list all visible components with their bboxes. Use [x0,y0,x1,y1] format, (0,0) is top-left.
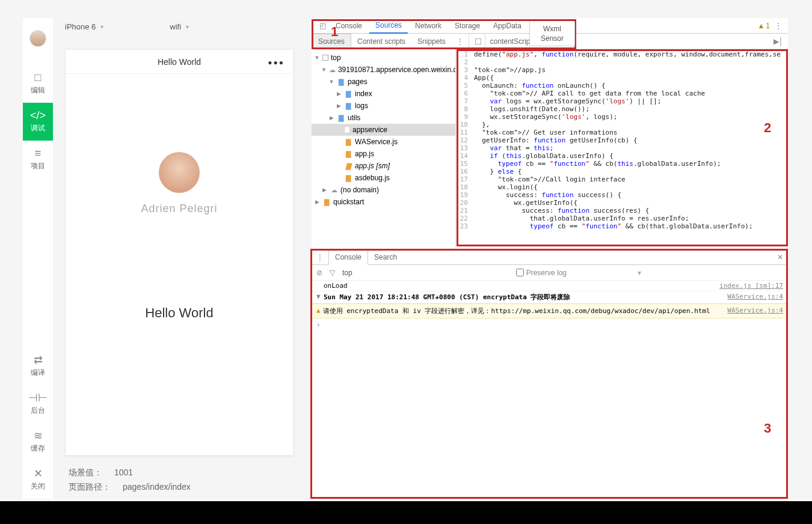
tree-waservice[interactable]: ▇WAService.js [312,136,455,148]
tree-appjs[interactable]: ▇app.js [312,148,455,160]
hello-text: Hello World [145,305,213,321]
subtab-content-scripts[interactable]: Content scripts [351,34,411,49]
folder-icon: ▇ [322,198,331,206]
context-select[interactable]: top [342,269,352,277]
more-vert-icon[interactable]: ⋮ [452,37,469,46]
console-prompt[interactable]: › [312,318,788,331]
tree-asdebug[interactable]: ▇asdebug.js [312,172,455,184]
folder-icon: ▇ [344,102,352,110]
tree-appservice[interactable]: appservice [312,124,455,136]
phone-preview: Hello World ●●● Adrien Pelegri Hello Wor… [65,49,294,455]
sidebar-item-label: 编辑 [31,85,45,96]
network-select[interactable]: wifi ▾ [158,22,207,31]
console-toolbar: ⊘ ▽ top ▾ Preserve log [312,265,788,281]
console-output: onLoad index.js [sm]:17 ▼ Sun May 21 201… [312,281,788,331]
tabs-overflow-popup[interactable]: Wxml Sensor [529,22,575,46]
device-value: iPhone 6 [65,22,96,31]
tree-quickstart[interactable]: ▶▇quickstart [312,196,455,208]
log-row[interactable]: onLoad index.js [sm]:17 [312,281,788,291]
sidebar-item-close[interactable]: ✕ 关闭 [23,461,53,499]
path-value: pages/index/index [123,482,191,493]
sidebar-item-debug[interactable]: </> 调试 [23,103,53,141]
user-avatar-large[interactable] [159,152,200,193]
annotation-label-1: 1 [331,24,338,40]
debug-icon: </> [31,110,45,121]
log-message: onLoad [324,282,348,290]
warnings-badge[interactable]: ▲1 [757,22,770,30]
sidebar-item-label: 调试 [31,123,45,133]
tree-utils[interactable]: ▶▇utils [312,112,455,124]
filter-icon[interactable]: ▽ [330,269,335,277]
network-value: wifi [170,22,181,31]
tree-pages[interactable]: ▼▇pages [312,76,455,88]
tree-index[interactable]: ▶▇index [312,88,455,100]
bottom-info: 场景值： 1001 页面路径： pages/index/index [65,462,294,499]
nav-icon[interactable] [475,38,481,44]
cloud-icon: ☁ [330,186,338,194]
preserve-log-label: Preserve log [526,269,567,277]
drawer-tab-search[interactable]: Search [368,249,403,265]
clear-console-icon[interactable]: ⊘ [316,269,322,277]
device-select[interactable]: iPhone 6 ▾ [53,22,121,31]
log-message: 请使用 encryptedData 和 iv 字段进行解密，详见：https:/… [323,306,728,315]
sidebar-item-background[interactable]: ⊣⊢ 后台 [23,385,53,423]
bottom-black-bar [0,501,812,524]
subtab-snippets[interactable]: Snippets [411,34,452,49]
user-avatar-small[interactable] [29,30,46,47]
sidebar-item-label: 缓存 [31,443,45,454]
tree-top[interactable]: ▼top [312,52,455,64]
js-file-icon: ▇ [344,162,352,170]
code-icon: □ [31,72,45,83]
sidebar-item-label: 编译 [31,368,45,378]
annotation-label-3: 3 [764,421,771,436]
tree-logs[interactable]: ▶▇logs [312,100,455,112]
preview-titlebar: Hello World ●●● [66,50,293,74]
sidebar-item-cache[interactable]: ≋ 缓存 [23,423,53,461]
sidebar-item-label: 后台 [31,406,45,416]
js-file-icon: ▇ [344,174,352,182]
tree-domain[interactable]: ▼☁391910871.appservice.open.weixin.q [312,64,455,76]
preserve-log-checkbox[interactable] [516,269,524,276]
js-file-icon: ▇ [344,150,352,158]
sidebar: □ 编辑 </> 调试 ≡ 项目 ⇄ 编译 ⊣⊢ 后台 ≋ 缓存 ✕ 关闭 [23,18,53,499]
top-toolbar: iPhone 6 ▾ wifi ▾ [53,18,312,35]
expand-icon[interactable]: ▼ [316,293,324,302]
close-icon: ✕ [31,468,45,479]
tab-storage[interactable]: Storage [449,18,486,34]
js-file-icon: ▇ [344,138,352,146]
tree-nodomain[interactable]: ▶☁(no domain) [312,184,455,196]
menu-icon: ≡ [31,148,45,159]
sidebar-item-label: 项目 [31,161,45,171]
tree-appjs-sm[interactable]: ▇app.js [sm] [312,160,455,172]
compile-icon: ⇄ [31,355,45,365]
log-source[interactable]: WAService.js:4 [727,293,783,302]
tab-network[interactable]: Network [409,18,448,34]
sidebar-item-label: 关闭 [31,481,45,492]
tab-sources[interactable]: Sources [369,18,408,34]
page-title: Hello World [158,57,201,67]
annotation-label-2: 2 [764,120,771,136]
warning-icon: ▲ [316,306,321,315]
sidebar-item-compile[interactable]: ⇄ 编译 [23,347,53,385]
more-icon[interactable]: ●●● [268,58,285,67]
drawer-tab-console[interactable]: Console [328,249,368,265]
log-source[interactable]: index.js [sm]:17 [719,282,783,290]
more-vert-icon[interactable]: ⋮ [775,22,782,30]
sidebar-item-edit[interactable]: □ 编辑 [23,65,53,103]
file-icon [344,126,350,133]
log-warning[interactable]: ▲ 请使用 encryptedData 和 iv 字段进行解密，详见：https… [312,303,788,318]
toggle-panel-icon[interactable]: ▶│ [774,37,789,46]
log-row[interactable]: ▼ Sun May 21 2017 18:21:48 GMT+0800 (CST… [312,291,788,303]
folder-icon: ▇ [337,114,345,122]
cloud-icon: ☁ [329,66,336,74]
path-label: 页面路径： [69,482,111,493]
log-message: Sun May 21 2017 18:21:48 GMT+0800 (CST) … [324,293,570,301]
background-icon: ⊣⊢ [31,392,45,403]
drawer-close-icon[interactable]: ✕ [772,253,788,261]
more-vert-icon[interactable]: ⋮ [312,253,328,261]
username-text: Adrien Pelegri [141,203,217,215]
element-picker-icon[interactable]: ◰ [316,22,328,30]
sidebar-item-project[interactable]: ≡ 项目 [23,141,53,178]
tab-appdata[interactable]: AppData [487,18,527,34]
log-source[interactable]: WAService.js:4 [727,306,783,315]
